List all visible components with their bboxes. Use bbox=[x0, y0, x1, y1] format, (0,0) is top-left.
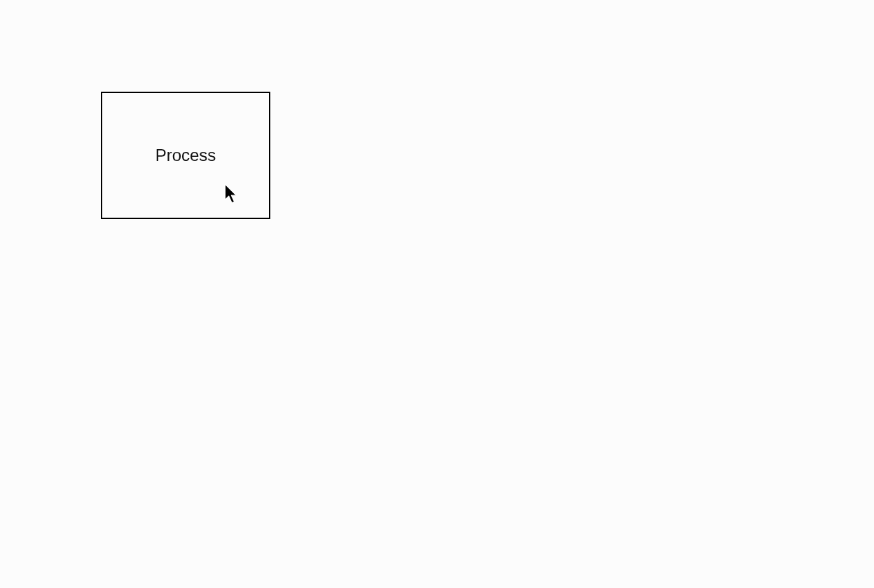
process-label: Process bbox=[155, 146, 216, 165]
diagram-canvas[interactable]: Process bbox=[0, 0, 874, 588]
process-shape[interactable]: Process bbox=[101, 92, 270, 219]
